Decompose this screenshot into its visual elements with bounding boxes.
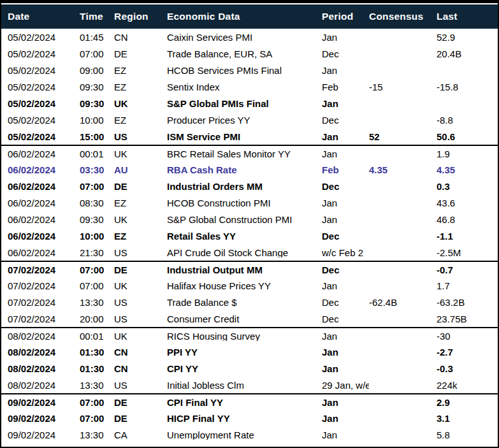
cell-period: Jan xyxy=(322,364,369,373)
cell-date: 06/02/2024 xyxy=(8,231,80,241)
cell-economic-data: HCOB Services PMIs Final xyxy=(167,66,322,75)
cell-economic-data: Consumer Credit xyxy=(167,314,322,324)
cell-region: DE xyxy=(114,398,167,407)
cell-region: EZ xyxy=(114,82,167,92)
cell-time: 20:00 xyxy=(80,314,114,324)
table-row: 09/02/2024 07:00 DE CPI Final YY Jan 2.9 xyxy=(1,393,498,410)
cell-region: DE xyxy=(114,182,167,191)
cell-time: 15:00 xyxy=(80,132,114,141)
table-row: 06/02/2024 09:30 UK S&P Global Construct… xyxy=(1,211,498,228)
table-row: 08/02/2024 01:30 CN PPI YY Jan -2.7 xyxy=(1,343,498,360)
cell-time: 13:30 xyxy=(80,298,114,307)
cell-last: 1.9 xyxy=(437,149,498,159)
cell-region: US xyxy=(114,380,167,390)
cell-economic-data: Sentix Index xyxy=(167,82,322,92)
cell-period: w/c Feb 2 xyxy=(322,248,369,257)
table-row: 06/02/2024 08:30 EZ HCOB Construction PM… xyxy=(1,194,498,211)
cell-date: 06/02/2024 xyxy=(8,149,80,159)
column-header-region: Region xyxy=(114,11,167,22)
table-row: 06/02/2024 03:30 AU RBA Cash Rate Feb 4.… xyxy=(1,161,498,178)
table-row: 06/02/2024 07:00 DE Industrial Orders MM… xyxy=(1,178,498,194)
cell-date: 08/02/2024 xyxy=(8,364,80,373)
cell-economic-data: Trade Balance, EUR, SA xyxy=(167,49,322,59)
cell-region: EZ xyxy=(114,66,167,75)
cell-economic-data: Industrial Output MM xyxy=(167,265,322,275)
cell-time: 09:30 xyxy=(80,215,114,224)
column-header-consensus: Consensus xyxy=(369,11,437,22)
cell-time: 03:30 xyxy=(80,165,114,175)
cell-time: 07:00 xyxy=(80,265,114,275)
cell-date: 06/02/2024 xyxy=(8,215,80,224)
cell-date: 05/02/2024 xyxy=(8,49,80,59)
cell-last: 3.1 xyxy=(437,414,498,423)
cell-time: 00:01 xyxy=(80,331,114,341)
cell-last: 2.9 xyxy=(437,398,498,407)
cell-period: Jan xyxy=(322,430,369,440)
cell-period: Jan xyxy=(322,331,369,341)
table-row: 06/02/2024 21:30 US API Crude Oil Stock … xyxy=(1,244,498,261)
cell-economic-data: API Crude Oil Stock Change xyxy=(167,248,322,257)
cell-region: CN xyxy=(114,364,167,373)
cell-last: 50.6 xyxy=(437,132,498,141)
column-header-period: Period xyxy=(322,11,369,22)
cell-time: 13:30 xyxy=(80,430,114,440)
table-row: 08/02/2024 01:30 CN CPI YY Jan -0.3 xyxy=(1,360,498,377)
cell-last: -1.1 xyxy=(437,231,498,241)
cell-date: 06/02/2024 xyxy=(8,165,80,175)
cell-date: 08/02/2024 xyxy=(8,380,80,390)
cell-economic-data: Industrial Orders MM xyxy=(167,182,322,191)
cell-economic-data: Caixin Services PMI xyxy=(167,33,322,42)
cell-last: 23.75B xyxy=(437,314,498,324)
table-row: 05/02/2024 10:00 EZ Producer Prices YY D… xyxy=(1,112,498,128)
cell-period: Dec xyxy=(322,115,369,125)
table-row: 05/02/2024 01:45 CN Caixin Services PMI … xyxy=(1,29,498,45)
cell-date: 06/02/2024 xyxy=(8,182,80,191)
cell-region: US xyxy=(114,248,167,257)
cell-period: Feb xyxy=(322,165,369,175)
cell-period: Jan xyxy=(322,132,369,141)
cell-date: 09/02/2024 xyxy=(8,398,80,407)
table-row: 07/02/2024 20:00 US Consumer Credit Dec … xyxy=(1,310,498,327)
cell-date: 09/02/2024 xyxy=(8,414,80,423)
cell-period: Jan xyxy=(322,347,369,357)
cell-economic-data: S&P Global Construction PMI xyxy=(167,215,322,224)
cell-region: CA xyxy=(114,430,167,440)
cell-date: 05/02/2024 xyxy=(8,99,80,108)
cell-time: 00:01 xyxy=(80,149,114,159)
cell-region: US xyxy=(114,132,167,141)
cell-date: 05/02/2024 xyxy=(8,132,80,141)
cell-economic-data: Initial Jobless Clm xyxy=(167,380,322,390)
cell-time: 08:30 xyxy=(80,198,114,208)
table-row: 05/02/2024 09:00 EZ HCOB Services PMIs F… xyxy=(1,62,498,78)
cell-time: 10:00 xyxy=(80,231,114,241)
column-header-time: Time xyxy=(80,11,114,22)
table-row: 09/02/2024 13:30 CA Unemployment Rate Ja… xyxy=(1,426,498,443)
cell-consensus: -15 xyxy=(369,82,437,92)
cell-time: 07:00 xyxy=(80,49,114,59)
cell-last: -2.7 xyxy=(437,347,498,357)
cell-period: Jan xyxy=(322,99,369,108)
table-row: 08/02/2024 13:30 US Initial Jobless Clm … xyxy=(1,377,498,393)
cell-date: 07/02/2024 xyxy=(8,314,80,324)
cell-period: Jan xyxy=(322,149,369,159)
cell-economic-data: Retail Sales YY xyxy=(167,231,322,241)
table-row: 05/02/2024 09:30 UK S&P Global PMIs Fina… xyxy=(1,95,498,112)
column-header-date: Date xyxy=(8,11,80,22)
cell-last: 224k xyxy=(437,380,498,390)
cell-last: 43.6 xyxy=(437,198,498,208)
cell-economic-data: ISM Service PMI xyxy=(167,132,322,141)
cell-period: Jan xyxy=(322,281,369,291)
cell-economic-data: Trade Balance $ xyxy=(167,298,322,307)
cell-region: DE xyxy=(114,414,167,423)
table-row: 07/02/2024 13:30 US Trade Balance $ Dec … xyxy=(1,294,498,310)
cell-region: US xyxy=(114,314,167,324)
table-row: 05/02/2024 15:00 US ISM Service PMI Jan … xyxy=(1,128,498,145)
cell-economic-data: RICS Housing Survey xyxy=(167,331,322,341)
cell-region: DE xyxy=(114,265,167,275)
cell-date: 05/02/2024 xyxy=(8,115,80,125)
cell-economic-data: Producer Prices YY xyxy=(167,115,322,125)
cell-economic-data: CPI YY xyxy=(167,364,322,373)
cell-period: Jan xyxy=(322,198,369,208)
column-header-last: Last xyxy=(437,11,498,22)
table-row: 07/02/2024 07:00 UK Halifax House Prices… xyxy=(1,277,498,294)
